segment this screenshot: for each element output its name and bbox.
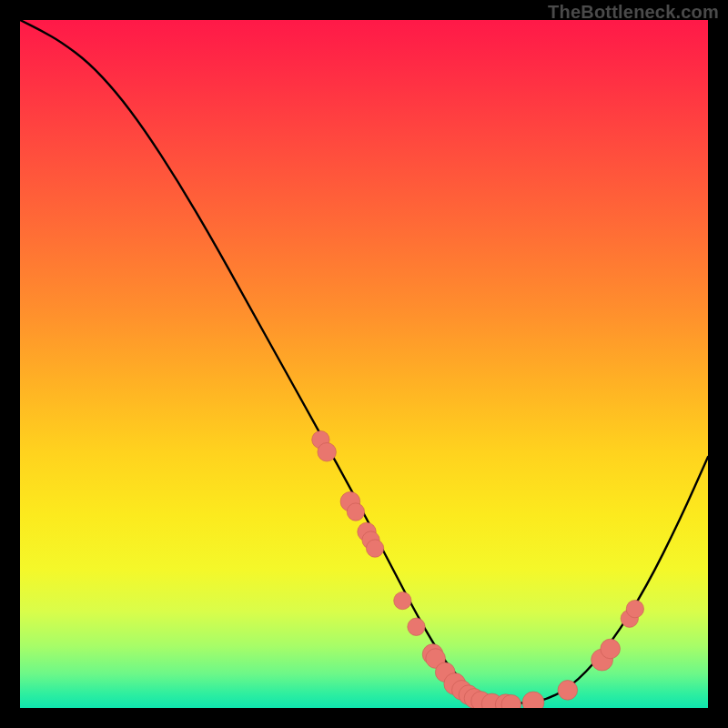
curve-marker: [464, 689, 484, 708]
curve-marker: [459, 685, 479, 705]
curve-marker: [592, 649, 613, 671]
curve-marker: [435, 662, 455, 682]
curve-marker: [312, 430, 329, 448]
curve-marker: [340, 491, 360, 511]
bottleneck-curve: [20, 20, 708, 703]
curve-marker: [495, 694, 516, 708]
curve-marker: [426, 649, 446, 669]
curve-marker: [362, 531, 379, 549]
curve-marker: [422, 644, 443, 665]
chart-stage: TheBottleneck.com: [0, 0, 728, 728]
curve-marker: [501, 694, 521, 708]
curve-marker: [366, 540, 383, 557]
curve-marker: [601, 639, 621, 659]
curve-marker: [394, 592, 411, 609]
curve-marker: [626, 600, 643, 617]
curve-marker: [347, 503, 364, 521]
curve-marker: [471, 692, 491, 708]
curve-marker: [318, 443, 336, 461]
curve-marker: [481, 693, 502, 708]
curve-marker: [558, 681, 578, 701]
marker-group: [312, 430, 644, 708]
curve-marker: [522, 692, 544, 708]
curve-marker: [408, 618, 425, 635]
plot-area: [20, 20, 708, 708]
curve-marker: [444, 673, 466, 695]
chart-overlay-svg: [20, 20, 708, 708]
curve-marker: [621, 610, 638, 627]
curve-marker: [358, 522, 376, 541]
curve-marker: [452, 681, 472, 701]
